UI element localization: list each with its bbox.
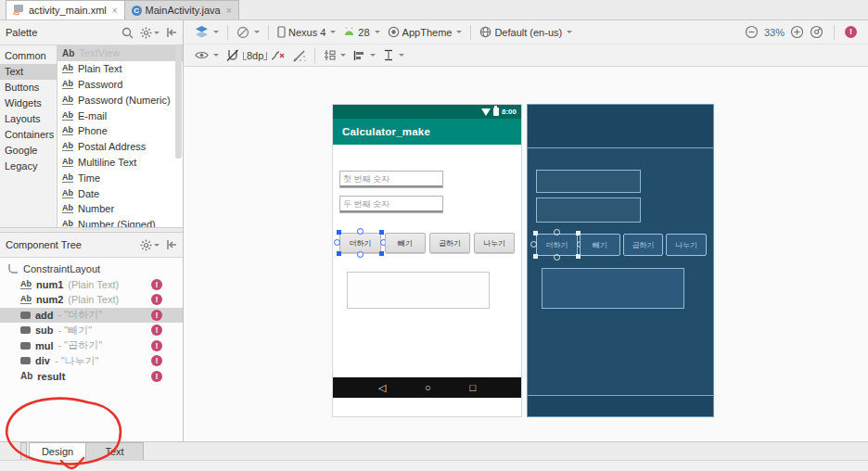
error-badge[interactable]: ! [151, 325, 162, 336]
text-widget-icon: Ab [62, 111, 73, 121]
result-textview[interactable] [347, 272, 490, 309]
palette-item-number[interactable]: AbNumber [57, 201, 183, 217]
palette-item-password-numeric[interactable]: AbPassword (Numeric) [57, 92, 183, 108]
tree-item-constraintlayout[interactable]: ConstraintLayout [0, 261, 183, 277]
palette-category-google[interactable]: Google [0, 143, 57, 159]
palette-item-textview[interactable]: AbTextView [57, 45, 183, 61]
add-button[interactable]: 더하기 [339, 233, 381, 253]
tab-design[interactable]: Design [29, 442, 86, 460]
tree-item-sub[interactable]: sub - "빼기" ! [0, 323, 183, 338]
blueprint-div-button[interactable]: 나누기 [666, 234, 707, 256]
palette-category-layouts[interactable]: Layouts [0, 111, 57, 127]
text-widget-icon: Ab [62, 49, 74, 57]
blueprint-num1[interactable] [536, 170, 641, 193]
pack-button[interactable] [320, 49, 350, 61]
api-level-button[interactable]: 28 [339, 27, 383, 38]
blueprint-add-button[interactable]: 더하기 [536, 234, 578, 256]
mul-button[interactable]: 곱하기 [429, 233, 470, 253]
error-badge[interactable]: ! [151, 340, 162, 351]
orientation-button[interactable] [233, 26, 263, 39]
palette-scrollbar[interactable] [175, 45, 182, 159]
palette-item-email[interactable]: AbE-mail [57, 108, 183, 123]
text-widget-icon: Ab [62, 95, 73, 105]
num2-edittext[interactable]: 두 번째 숫자 [339, 196, 443, 213]
error-badge[interactable]: ! [151, 355, 162, 366]
palette-category-buttons[interactable]: Buttons [0, 80, 57, 95]
palette-category-text[interactable]: Text [0, 64, 57, 80]
left-panel: Palette Common Text Buttons Widgets Layo… [0, 20, 184, 441]
device-preview[interactable]: 8:00 Calculator_make 첫 번째 숫자 두 번째 숫자 더하기… [332, 104, 522, 417]
tab-stub [20, 442, 27, 460]
tree-item-result[interactable]: Ab result ! [0, 369, 183, 385]
theme-selector-button[interactable]: AppTheme [384, 26, 466, 38]
nav-home-icon: ○ [425, 382, 431, 393]
hide-panel-icon[interactable] [166, 27, 177, 38]
close-icon[interactable]: × [112, 6, 118, 16]
layout-xml-file-icon: <> [13, 5, 25, 16]
blueprint-mul-button[interactable]: 곱하기 [623, 234, 663, 256]
palette-category-containers[interactable]: Containers [0, 127, 57, 143]
tree-item-add[interactable]: add - "더하기" ! [0, 308, 183, 324]
errors-badge[interactable]: ! [845, 26, 857, 38]
palette-category-legacy[interactable]: Legacy [0, 159, 57, 174]
search-icon[interactable] [121, 27, 134, 39]
palette-category-widgets[interactable]: Widgets [0, 95, 57, 111]
error-badge[interactable]: ! [151, 371, 162, 382]
tab-label: activity_main.xml [29, 5, 107, 16]
text-widget-icon: Ab [62, 204, 73, 213]
text-widget-icon: Ab [62, 80, 73, 89]
device-selector-button[interactable]: Nexus 4 [274, 26, 339, 38]
gear-icon[interactable] [140, 27, 160, 39]
sub-button[interactable]: 빼기 [385, 233, 426, 253]
num1-edittext[interactable]: 첫 번째 숫자 [339, 171, 443, 188]
tree-item-num2[interactable]: Ab num2 (Plain Text) ! [0, 292, 183, 308]
view-options-button[interactable] [191, 50, 223, 60]
palette-item-number-signed[interactable]: AbNumber (Signed) [57, 217, 183, 227]
tree-item-mul[interactable]: mul - "곱하기" ! [0, 338, 183, 354]
palette-item-date[interactable]: AbDate [57, 185, 183, 201]
tab-activity-main-xml[interactable]: <> activity_main.xml × [6, 0, 125, 19]
zoom-in-icon[interactable] [790, 25, 804, 39]
gear-icon[interactable] [140, 239, 160, 251]
palette-item-password[interactable]: AbPassword [57, 77, 183, 93]
status-time: 8:00 [502, 108, 517, 116]
text-widget-icon: Ab [20, 280, 32, 289]
component-tree-header: Component Tree [0, 233, 183, 258]
autoconnect-off-icon[interactable] [223, 49, 243, 62]
blueprint-result[interactable] [542, 268, 684, 309]
infer-constraints-icon[interactable] [289, 49, 310, 62]
align-button[interactable] [350, 50, 379, 61]
tab-mainactivity-java[interactable]: C MainActivity.java × [125, 0, 239, 19]
zoom-to-fit-icon[interactable] [810, 25, 823, 39]
text-widget-icon: Ab [62, 158, 73, 167]
error-badge[interactable]: ! [151, 294, 162, 305]
tree-item-num1[interactable]: Ab num1 (Plain Text) ! [0, 277, 183, 293]
zoom-out-icon[interactable] [745, 25, 759, 39]
error-badge[interactable]: ! [151, 279, 162, 290]
blueprint-sub-button[interactable]: 빼기 [580, 234, 620, 256]
surface-selector-button[interactable] [191, 26, 223, 38]
close-icon[interactable]: × [226, 6, 232, 16]
design-surface[interactable]: 8:00 Calculator_make 첫 번째 숫자 두 번째 숫자 더하기… [184, 67, 868, 441]
palette-category-common[interactable]: Common [0, 48, 57, 64]
default-margins-button[interactable]: 8dp [243, 50, 267, 61]
locale-selector-button[interactable]: Default (en-us) [476, 26, 576, 38]
palette-item-multiline-text[interactable]: AbMultiline Text [57, 155, 183, 171]
tree-item-div[interactable]: div - "나누기" ! [0, 353, 183, 369]
blueprint-num2[interactable] [536, 197, 641, 223]
tab-text[interactable]: Text [86, 442, 144, 460]
palette-item-plain-text[interactable]: AbPlain Text [57, 61, 183, 77]
text-widget-icon: Ab [62, 64, 73, 73]
hide-panel-icon[interactable] [166, 239, 177, 250]
div-button[interactable]: 나누기 [474, 233, 515, 253]
guidelines-button[interactable] [379, 49, 408, 61]
palette-item-phone[interactable]: AbPhone [57, 123, 183, 139]
clear-constraints-icon[interactable] [267, 49, 289, 62]
text-widget-icon: Ab [62, 142, 73, 151]
palette-body: Common Text Buttons Widgets Layouts Cont… [0, 45, 183, 227]
error-badge[interactable]: ! [151, 310, 162, 321]
blueprint-preview[interactable]: 더하기 빼기 곱하기 나누기 [527, 104, 714, 417]
button-widget-icon [20, 342, 31, 350]
palette-item-postal-address[interactable]: AbPostal Address [57, 139, 183, 155]
palette-item-time[interactable]: AbTime [57, 170, 183, 185]
